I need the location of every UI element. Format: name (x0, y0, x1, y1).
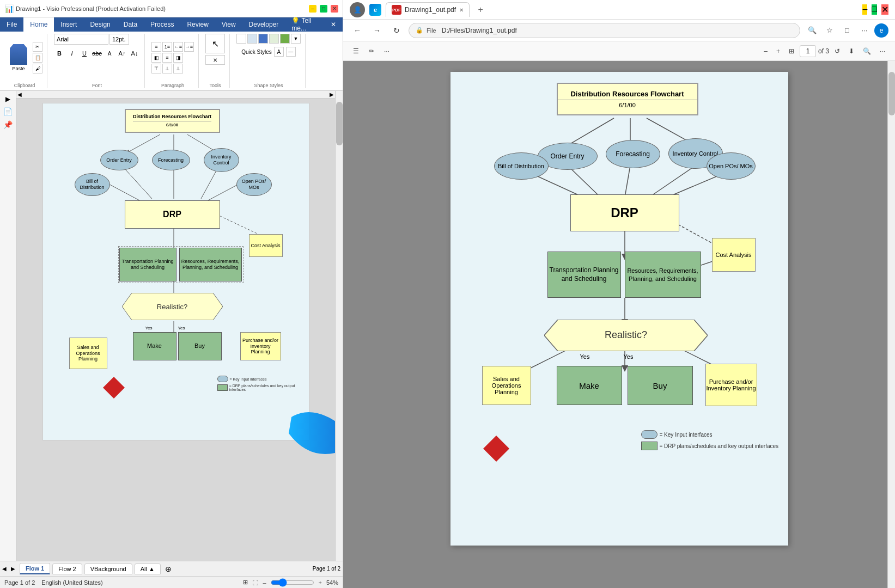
scroll-thumb[interactable] (336, 102, 343, 145)
pdf-maximize-button[interactable]: □ (872, 4, 877, 15)
zoom-decrease[interactable]: – (263, 579, 266, 586)
tab-developer[interactable]: Developer (242, 17, 285, 32)
pdf-close-button[interactable]: ✕ (881, 4, 888, 15)
search-pdf-button[interactable]: 🔍 (860, 44, 874, 58)
paste-button[interactable]: Paste (7, 43, 31, 72)
pdf-minimize-button[interactable]: – (862, 4, 867, 15)
style-cell-2[interactable] (247, 34, 257, 44)
profile-icon[interactable]: 👤 (350, 2, 365, 17)
tab-view[interactable]: View (215, 17, 242, 32)
svg-marker-32 (483, 436, 509, 462)
strikethrough-button[interactable]: abc (92, 48, 102, 59)
sheet-tab-all[interactable]: All ▲ (135, 564, 161, 574)
tab-design[interactable]: Design (83, 17, 117, 32)
sheet-tab-flow2[interactable]: Flow 2 (52, 564, 82, 574)
more-pdf-options[interactable]: ··· (876, 44, 888, 58)
pdf-forecasting: Forecasting (606, 140, 660, 168)
more-styles-button[interactable]: ▼ (291, 34, 301, 44)
read-aloud-button[interactable]: □ (839, 23, 855, 38)
pointer-tool[interactable]: ↖ (205, 34, 225, 53)
tab-process[interactable]: Process (144, 17, 180, 32)
line-color-button[interactable]: — (286, 47, 296, 57)
properties-panel-button[interactable]: 📌 (3, 120, 13, 129)
sidebar-toggle[interactable]: ▶ (5, 95, 10, 103)
style-cell-1[interactable] (236, 34, 246, 44)
tell-me-input[interactable]: 💡 Tell me... (285, 17, 324, 32)
sheet-tab-vbackground[interactable]: VBackground (84, 564, 132, 574)
edge-profile-button[interactable]: e (874, 23, 888, 38)
fit-page-button[interactable]: ⊞ (786, 44, 797, 58)
clipboard-group: Paste ✂ 📋 🖌 Clipboard (4, 34, 47, 88)
zoom-in-pdf[interactable]: + (773, 44, 783, 58)
more-pdf-tools[interactable]: ··· (381, 44, 393, 58)
style-cell-5[interactable] (280, 34, 290, 44)
align-top-button[interactable]: ⊤ (151, 64, 161, 74)
scroll-left-btn[interactable]: ◀ (17, 91, 22, 97)
align-left-button[interactable]: ◧ (151, 53, 161, 63)
zoom-slider[interactable] (271, 578, 314, 587)
back-button[interactable]: ← (350, 23, 365, 38)
tab-data[interactable]: Data (117, 17, 144, 32)
maximize-button[interactable]: □ (320, 5, 327, 13)
zoom-increase[interactable]: + (319, 579, 322, 586)
sidebar-toggle-pdf[interactable]: ☰ (350, 44, 362, 58)
para-buttons: ≡ 1≡ ←≡ →≡ ◧ ≡ ◨ ⊤ ⊥ ⊥ (151, 42, 194, 74)
numbering-button[interactable]: 1≡ (162, 42, 172, 52)
bold-button[interactable]: B (54, 48, 65, 59)
zoom-out-pdf[interactable]: – (760, 44, 771, 58)
scroll-right (335, 91, 343, 561)
fill-color-button[interactable]: A (274, 47, 284, 57)
url-bar[interactable]: 🔒 File D:/Files/Drawing1_out.pdf (409, 23, 800, 38)
download-button[interactable]: ⬇ (845, 44, 857, 58)
pdf-scroll-thumb[interactable] (888, 72, 895, 115)
pdf-tab-close-button[interactable]: ✕ (459, 7, 464, 13)
ribbon-close-button[interactable]: ✕ (324, 17, 343, 32)
bullets-button[interactable]: ≡ (151, 42, 161, 52)
style-cell-3[interactable] (258, 34, 268, 44)
shapes-panel-button[interactable]: 📄 (3, 107, 13, 116)
font-color-button[interactable]: A (104, 48, 115, 59)
pen-tool[interactable]: ✏ (366, 44, 378, 58)
add-sheet-button[interactable]: ⊕ (165, 565, 172, 573)
sheet-tab-flow1[interactable]: Flow 1 (20, 563, 50, 574)
align-bottom-button[interactable]: ⊥ (173, 64, 183, 74)
copy-button[interactable]: 📋 (33, 53, 42, 63)
scroll-right-btn[interactable]: ▶ (330, 91, 334, 97)
more-options-button[interactable]: ··· (857, 23, 872, 38)
new-tab-button[interactable]: + (474, 3, 487, 16)
style-cell-4[interactable] (269, 34, 279, 44)
zoom-fullscreen[interactable]: ⛶ (252, 579, 258, 586)
cut-button[interactable]: ✂ (33, 42, 42, 52)
page-number-input[interactable] (800, 45, 816, 57)
rotate-button[interactable]: ↺ (831, 44, 843, 58)
tab-home[interactable]: Home (23, 17, 54, 32)
format-painter-button[interactable]: 🖌 (33, 64, 42, 74)
minimize-button[interactable]: – (309, 5, 316, 13)
refresh-button[interactable]: ↻ (389, 23, 404, 38)
visio-inventory-control: Inventory Control (204, 148, 239, 172)
forward-button[interactable]: → (369, 23, 385, 38)
font-name-input[interactable] (54, 34, 108, 45)
scroll-tabs-left[interactable]: ◀ (2, 566, 7, 572)
italic-button[interactable]: I (66, 48, 77, 59)
zoom-pdf-button[interactable]: 🔍 (805, 23, 820, 38)
increase-font-button[interactable]: A↑ (117, 48, 127, 59)
close-button[interactable]: ✕ (331, 5, 338, 13)
indent-increase-button[interactable]: →≡ (184, 42, 194, 52)
align-center-button[interactable]: ≡ (162, 53, 172, 63)
connector-tool[interactable]: ✕ (205, 55, 225, 65)
favorites-button[interactable]: ☆ (822, 23, 837, 38)
align-middle-button[interactable]: ⊥ (162, 64, 172, 74)
tab-insert[interactable]: Insert (54, 17, 83, 32)
para-row-2: ◧ ≡ ◨ (151, 53, 194, 63)
tab-file[interactable]: File (0, 17, 23, 32)
underline-button[interactable]: U (79, 48, 90, 59)
align-right-button[interactable]: ◨ (173, 53, 183, 63)
decrease-font-button[interactable]: A↓ (129, 48, 140, 59)
tab-review[interactable]: Review (180, 17, 215, 32)
indent-decrease-button[interactable]: ←≡ (173, 42, 183, 52)
zoom-fit-button[interactable]: ⊞ (243, 579, 248, 586)
font-size-input[interactable] (109, 34, 129, 45)
pdf-tab[interactable]: PDF Drawing1_out.pdf ✕ (386, 2, 470, 17)
scroll-tabs-right[interactable]: ▶ (11, 566, 15, 572)
